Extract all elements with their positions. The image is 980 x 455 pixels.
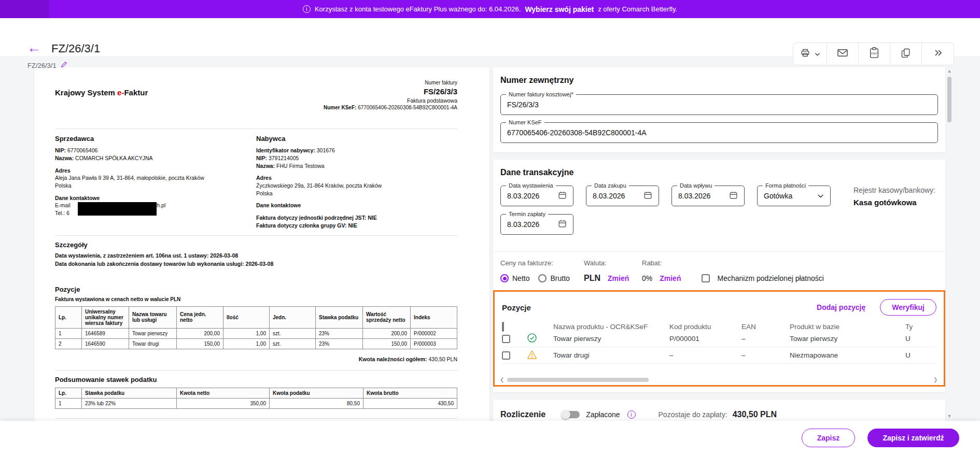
receipt-date-field[interactable]: Data wpływu 8.03.2026 xyxy=(671,186,745,206)
chevron-down-icon xyxy=(815,49,820,59)
scrollbar-thumb[interactable] xyxy=(947,77,951,122)
scroll-down-arrow-icon[interactable]: ▼ xyxy=(947,414,952,419)
action-footer: Zapisz Zapisz i zatwierdź xyxy=(0,421,980,455)
item-ean: – xyxy=(741,347,790,364)
invoice-number-label: Numer faktury xyxy=(324,80,457,86)
issue-date-field[interactable]: Data wystawienia 8.03.2026 xyxy=(500,186,573,206)
remaining-label: Pozostaje do zapłaty: xyxy=(659,410,727,419)
status-cell xyxy=(527,347,553,364)
split-payment-checkbox[interactable] xyxy=(702,274,710,282)
item-product: Niezmapowane xyxy=(790,347,905,364)
item-name: Towar drugi xyxy=(553,347,669,364)
transaction-data-section: Dane transakcyjne Data wystawienia 8.03.… xyxy=(493,160,945,392)
printer-icon xyxy=(800,48,811,60)
page-title: FZ/26/3/1 xyxy=(51,42,100,55)
horizontal-scrollbar[interactable]: ❮ ❯ xyxy=(500,377,939,382)
items-heading: Pozycje xyxy=(502,303,531,312)
calendar-icon xyxy=(558,219,567,230)
seller-section: Sprzedawca NIP: 6770065406 Nazwa: COMARC… xyxy=(55,134,256,229)
ksef-button[interactable]: KSeF xyxy=(859,43,890,65)
item-product: Towar pierwszy xyxy=(790,331,905,347)
section-heading: Dane transakcyjne xyxy=(500,168,938,177)
item-ean: – xyxy=(741,331,790,347)
change-currency-link[interactable]: Zmień xyxy=(608,274,629,282)
document-number-subtitle: FZ/26/3/1 xyxy=(27,62,57,69)
netto-radio[interactable] xyxy=(500,274,509,282)
discount-value: 0% xyxy=(642,274,652,282)
cost-invoice-number-input[interactable]: Numer faktury kosztowej* FS/26/3/3 xyxy=(500,94,938,115)
divider xyxy=(55,370,457,371)
section-heading: Numer zewnętrzny xyxy=(500,76,938,85)
item-code: P/000001 xyxy=(669,331,741,347)
row-checkbox-cell xyxy=(502,331,527,347)
warning-triangle-icon xyxy=(527,350,537,361)
send-email-button[interactable] xyxy=(827,43,859,65)
prices-label: Ceny na fakturze: xyxy=(500,259,584,267)
invoice-number: FS/26/3/3 xyxy=(324,87,457,96)
total-amount-line: Kwota należności ogółem: 430,50 PLN xyxy=(55,356,457,362)
scrollbar-thumb[interactable] xyxy=(507,378,649,382)
table-row: 21646590 Towar drugi150,00 1,00szt. 23%1… xyxy=(55,338,457,349)
save-button[interactable]: Zapisz xyxy=(802,429,855,447)
invoice-items-table: Lp.Uniwersalny unikalny numer wiersza fa… xyxy=(55,306,457,349)
invoice-preview: Krajowy System e-Faktur Numer faktury FS… xyxy=(34,67,489,421)
banner-suffix: z oferty Comarch Betterfly. xyxy=(598,5,677,13)
row-checkbox-cell xyxy=(502,347,527,364)
settlement-heading: Rozliczenie xyxy=(500,410,545,419)
ksef-brand: Krajowy System e-Faktur xyxy=(55,88,148,97)
edit-pencil-icon[interactable] xyxy=(61,61,67,69)
document-items-section: Pozycje Faktura wystawiona w cenach nett… xyxy=(55,286,457,362)
discount-label: Rabat: xyxy=(642,259,662,267)
ksef-number-input[interactable]: Numer KSeF 6770065406-20260308-54B92C800… xyxy=(500,122,938,143)
table-row: 123% lub 22% 350,0080,50 430,50 xyxy=(55,398,457,408)
banner-message: Korzystasz z konta testowego eFaktury Pl… xyxy=(315,5,521,13)
ksef-number-line: Numer KSeF: 6770065406-20260308-54B92C80… xyxy=(324,105,457,110)
copy-button[interactable] xyxy=(890,43,922,65)
row-checkbox[interactable] xyxy=(502,351,510,360)
banner-cta-link[interactable]: Wybierz swój pakiet xyxy=(525,5,594,13)
info-icon[interactable]: i xyxy=(627,410,636,419)
save-and-approve-button[interactable]: Zapisz i zatwierdź xyxy=(867,429,959,447)
double-chevron-right-icon xyxy=(934,49,942,59)
tax-summary-table: Lp.Stawka podatku Kwota nettoKwota podat… xyxy=(55,388,457,409)
chevron-down-icon xyxy=(817,191,824,201)
currency-label: Waluta: xyxy=(584,259,642,267)
scroll-up-arrow-icon[interactable]: ▲ xyxy=(947,68,952,74)
more-actions-button[interactable] xyxy=(922,43,954,65)
divider xyxy=(55,235,457,236)
add-item-link[interactable]: Dodaj pozycję xyxy=(817,303,865,311)
calendar-icon xyxy=(729,191,738,202)
invoice-type: Faktura podstawowa xyxy=(324,97,457,104)
svg-text:KSeF: KSeF xyxy=(871,52,877,55)
external-number-section: Numer zewnętrzny Numer faktury kosztowej… xyxy=(493,67,945,152)
scroll-right-arrow-icon[interactable]: ❯ xyxy=(933,377,939,382)
ksef-clipboard-icon: KSeF xyxy=(869,47,879,61)
row-checkbox[interactable] xyxy=(502,335,510,343)
info-icon: i xyxy=(303,5,311,13)
payment-form-select[interactable]: Forma płatności Gotówka xyxy=(757,186,831,206)
split-payment-label: Mechanizm podzielonej płatności xyxy=(717,274,823,282)
status-cell xyxy=(527,331,553,347)
brutto-radio[interactable] xyxy=(538,274,547,282)
back-arrow-icon[interactable]: ← xyxy=(27,41,41,55)
divider xyxy=(55,418,457,419)
netto-radio-label: Netto xyxy=(512,274,529,282)
scroll-left-arrow-icon[interactable]: ❮ xyxy=(500,377,505,382)
paid-toggle-label: Zapłacone xyxy=(586,410,620,419)
print-button[interactable] xyxy=(793,43,827,65)
due-date-field[interactable]: Termin zapłaty 8.03.2026 xyxy=(500,214,573,235)
change-discount-link[interactable]: Zmień xyxy=(660,274,681,282)
currency-value: PLN xyxy=(584,274,600,283)
details-section: Szczegóły Data wystawienia, z zastrzeżen… xyxy=(55,241,457,267)
item-type: U xyxy=(905,331,936,347)
verify-button[interactable]: Weryfikuj xyxy=(880,299,936,316)
paid-toggle[interactable] xyxy=(562,411,580,418)
item-code: – xyxy=(669,347,741,364)
copy-icon xyxy=(901,47,911,61)
vertical-scrollbar[interactable]: ▲ ▼ xyxy=(947,68,952,419)
mail-icon xyxy=(837,48,848,60)
item-type: U xyxy=(905,347,936,364)
purchase-date-field[interactable]: Data zakupu 8.03.2026 xyxy=(586,186,659,206)
items-highlight-box: Pozycje Dodaj pozycję Weryfikuj Nazwa pr… xyxy=(493,290,945,387)
remaining-value: 430,50 PLN xyxy=(733,410,777,419)
